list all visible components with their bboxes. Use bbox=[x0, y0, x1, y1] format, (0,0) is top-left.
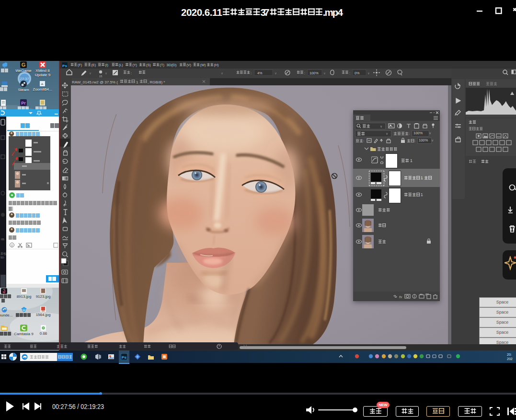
svg-text:Pr: Pr bbox=[21, 101, 26, 105]
svg-text:1: 1 bbox=[136, 80, 138, 84]
svg-text:fx: fx bbox=[399, 295, 402, 299]
svg-text:2020.6.11: 2020.6.11 bbox=[181, 7, 222, 18]
svg-text::01: :01 bbox=[0, 238, 5, 241]
svg-text:Ps: Ps bbox=[122, 355, 126, 360]
svg-text:G: G bbox=[22, 62, 26, 68]
svg-text:50-: 50- bbox=[0, 256, 5, 259]
svg-text:, RGB/8) *: , RGB/8) * bbox=[148, 80, 165, 84]
svg-text:后包: 后包 bbox=[0, 252, 6, 256]
svg-text:RAW_0145.rw2 @ 37.5% (: RAW_0145.rw2 @ 37.5% ( bbox=[72, 80, 118, 84]
svg-text:37: 37 bbox=[261, 7, 270, 18]
svg-text:.mp4: .mp4 bbox=[323, 7, 344, 18]
